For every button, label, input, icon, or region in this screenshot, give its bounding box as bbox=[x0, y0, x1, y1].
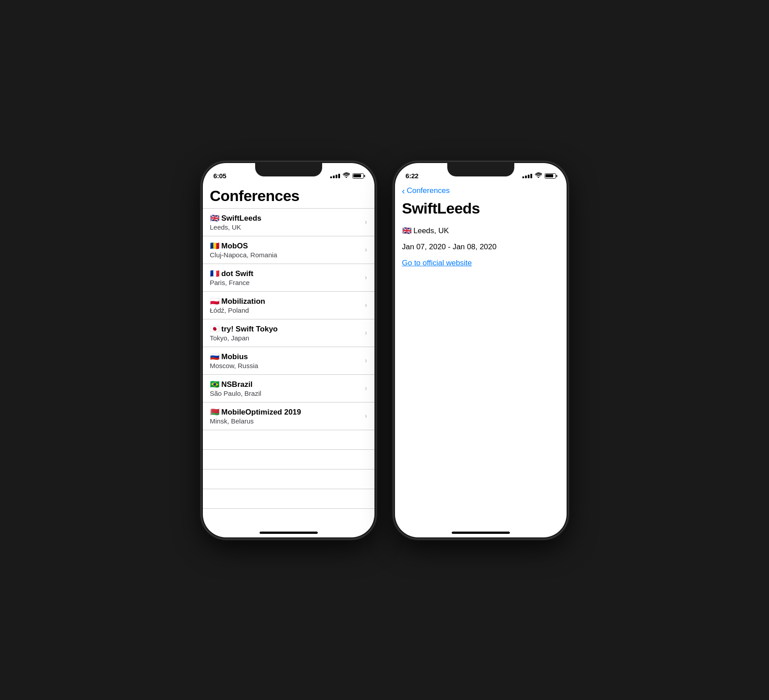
chevron-icon: › bbox=[365, 412, 367, 420]
time-1: 6:05 bbox=[214, 172, 227, 180]
battery-icon bbox=[353, 173, 364, 179]
signal-icon bbox=[522, 174, 532, 178]
navigation-bar: ‹ Conferences bbox=[395, 183, 567, 197]
phone-list: 6:05 Conferences bbox=[202, 162, 376, 539]
back-button[interactable]: ‹ Conferences bbox=[402, 186, 450, 195]
chevron-icon: › bbox=[365, 246, 367, 254]
list-item[interactable]: 🇫🇷 dot Swift Paris, France › bbox=[203, 264, 374, 292]
home-indicator bbox=[452, 532, 510, 534]
list-item[interactable]: 🇷🇴 MobOS Cluj-Napoca, Romania › bbox=[203, 236, 374, 264]
chevron-icon: › bbox=[365, 384, 367, 392]
phone-detail: 6:22 bbox=[394, 162, 568, 539]
empty-row bbox=[203, 469, 374, 489]
detail-location: 🇬🇧 Leeds, UK bbox=[395, 226, 567, 243]
signal-icon bbox=[330, 174, 340, 178]
list-title: Conferences bbox=[203, 183, 374, 208]
battery-icon bbox=[545, 173, 556, 179]
empty-row bbox=[203, 509, 374, 522]
flag-swiftleeds: 🇬🇧 bbox=[210, 214, 219, 222]
back-chevron-icon: ‹ bbox=[402, 186, 405, 195]
detail-dates: Jan 07, 2020 - Jan 08, 2020 bbox=[395, 243, 567, 259]
chevron-icon: › bbox=[365, 301, 367, 309]
list-item[interactable]: 🇧🇾 MobileOptimized 2019 Minsk, Belarus › bbox=[203, 402, 374, 430]
back-label: Conferences bbox=[407, 186, 450, 195]
notch bbox=[447, 163, 514, 176]
empty-row bbox=[203, 450, 374, 469]
list-screen: Conferences 🇬🇧 SwiftLeeds Leeds, UK › 🇷🇴… bbox=[203, 183, 374, 522]
list-item[interactable]: 🇵🇱 Mobilization Łódź, Poland › bbox=[203, 292, 374, 319]
chevron-icon: › bbox=[365, 273, 367, 281]
time-2: 6:22 bbox=[406, 172, 419, 180]
empty-row bbox=[203, 430, 374, 450]
list-item[interactable]: 🇧🇷 NSBrazil São Paulo, Brazil › bbox=[203, 375, 374, 402]
wifi-icon bbox=[535, 172, 542, 179]
detail-screen: ‹ Conferences SwiftLeeds 🇬🇧 Leeds, UK Ja… bbox=[395, 183, 567, 522]
chevron-icon: › bbox=[365, 356, 367, 365]
home-indicator bbox=[260, 532, 318, 534]
list-item[interactable]: 🇷🇺 Mobius Moscow, Russia › bbox=[203, 347, 374, 375]
status-icons-1 bbox=[330, 172, 364, 179]
wifi-icon bbox=[343, 172, 350, 179]
notch bbox=[255, 163, 322, 176]
empty-row bbox=[203, 489, 374, 509]
list-item[interactable]: 🇬🇧 SwiftLeeds Leeds, UK › bbox=[203, 208, 374, 236]
chevron-icon: › bbox=[365, 218, 367, 226]
conference-list: 🇬🇧 SwiftLeeds Leeds, UK › 🇷🇴 MobOS Cluj-… bbox=[203, 208, 374, 522]
chevron-icon: › bbox=[365, 329, 367, 337]
status-icons-2 bbox=[522, 172, 556, 179]
website-link[interactable]: Go to official website bbox=[395, 259, 479, 267]
list-item[interactable]: 🇯🇵 try! Swift Tokyo Tokyo, Japan › bbox=[203, 319, 374, 347]
detail-title: SwiftLeeds bbox=[395, 197, 567, 226]
